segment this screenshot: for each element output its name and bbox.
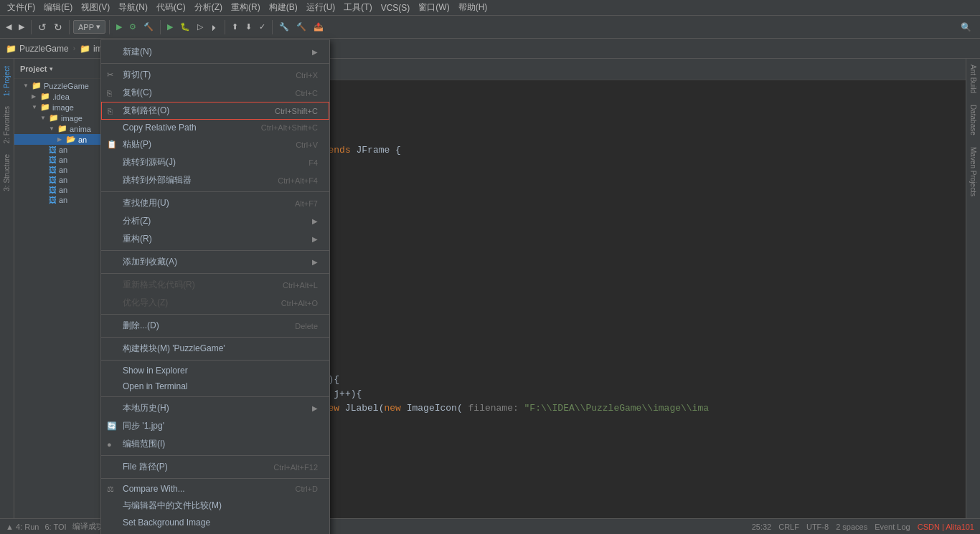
debug-button[interactable]: 🐛 — [177, 19, 193, 36]
menu-copy-relative[interactable]: Copy Relative Path Ctrl+Alt+Shift+C — [101, 120, 329, 135]
menu-jump-source[interactable]: 跳转到源码(J) F4 — [101, 153, 329, 171]
menu-find-usages[interactable]: 查找使用(U) Alt+F7 — [101, 194, 329, 212]
menu-new[interactable]: 新建(N) ▶ — [101, 43, 329, 61]
menu-view[interactable]: 视图(V) — [77, 1, 114, 14]
menu-file[interactable]: 文件(F) — [3, 1, 39, 14]
app-config-dropdown[interactable]: APP ▾ — [73, 20, 105, 34]
menu-show-explorer-label: Show in Explorer — [123, 366, 188, 376]
ant-build-panel[interactable]: Ant Build — [968, 59, 979, 99]
menu-local-history[interactable]: 本地历史(H) ▶ — [101, 399, 329, 417]
menu-sep-5 — [101, 314, 329, 315]
menu-cut[interactable]: ✂ 剪切(T) Ctrl+X — [101, 66, 329, 84]
toolbar-separator-6 — [272, 20, 273, 34]
menu-compare-with[interactable]: ⚖ Compare With... Ctrl+D — [101, 481, 329, 497]
toolbar-separator-3 — [109, 20, 110, 34]
project-panel-toggle[interactable]: 1: Project — [1, 62, 12, 100]
maven-projects-panel[interactable]: Maven Projects — [968, 141, 979, 202]
menu-set-background[interactable]: Set Background Image — [101, 515, 329, 530]
menu-copy-path[interactable]: ⎘ 复制路径(O) Ctrl+Shift+C — [101, 102, 329, 120]
menu-jump-external[interactable]: 跳转到外部编辑器 Ctrl+Alt+F4 — [101, 171, 329, 189]
menu-refactor[interactable]: 重构(R) — [227, 1, 265, 14]
menu-navigate[interactable]: 导航(N) — [114, 1, 152, 14]
encoding[interactable]: UTF-8 — [806, 523, 829, 531]
back-button[interactable]: ◀ — [3, 19, 14, 36]
menu-find-usages-label: 查找使用(U) — [123, 197, 169, 209]
folder-icon: 📁 — [6, 44, 17, 54]
tree-item-an3[interactable]: 🖼 an — [14, 155, 107, 165]
cut-icon: ✂ — [107, 70, 113, 80]
event-log[interactable]: Event Log — [875, 523, 910, 531]
tree-item-puzzlegame[interactable]: ▼ 📁 PuzzleGame — [14, 80, 107, 91]
menu-paste-shortcut: Ctrl+V — [296, 140, 318, 149]
tools-button[interactable]: 🔨 — [293, 19, 309, 36]
menu-refactor[interactable]: 重构(R) ▶ — [101, 230, 329, 248]
tree-label-image1: image — [52, 103, 74, 112]
menu-paste[interactable]: 📋 粘贴(P) Ctrl+V — [101, 135, 329, 153]
tree-item-an-selected[interactable]: ▶ 📂 an — [14, 134, 107, 145]
menu-analyze[interactable]: 分析(Z) — [190, 1, 227, 14]
forward-button[interactable]: ▶ — [16, 19, 27, 36]
commit-button[interactable]: ✓ — [256, 19, 268, 36]
menu-tools[interactable]: 工具(T) — [339, 1, 376, 14]
menu-ptg-mybatis[interactable]: Ptg To Mybatis ▶ — [101, 530, 329, 534]
file-icon-an6: 🖼 — [49, 186, 57, 194]
menu-compare-editor[interactable]: 与编辑器中的文件比较(M) — [101, 497, 329, 515]
tree-item-anima[interactable]: ▼ 📁 anima — [14, 123, 107, 134]
vcs-button[interactable]: ⬆ — [229, 19, 241, 36]
tree-item-an4[interactable]: 🖼 an — [14, 165, 107, 175]
menu-window[interactable]: 窗口(W) — [414, 1, 453, 14]
menu-show-explorer[interactable]: Show in Explorer — [101, 363, 329, 378]
tree-item-an7[interactable]: 🖼 an — [14, 195, 107, 205]
coverage-button[interactable]: ⏵ — [207, 19, 221, 36]
todo-panel-button[interactable]: 6: TOI — [44, 523, 66, 531]
menu-help[interactable]: 帮助(H) — [454, 1, 492, 14]
database-panel[interactable]: Database — [968, 99, 979, 141]
menu-vcs[interactable]: VCS(S) — [377, 3, 415, 13]
run-panel-button[interactable]: ▲ 4: Run — [6, 523, 39, 531]
menu-build-module[interactable]: 构建模块(M) 'PuzzleGame' — [101, 340, 329, 358]
menu-find-usages-shortcut: Alt+F7 — [295, 199, 318, 208]
menu-run[interactable]: 运行(U) — [302, 1, 340, 14]
menu-edit-scope[interactable]: ● 编辑范围(I) — [101, 435, 329, 453]
tree-label: PuzzleGame — [44, 82, 89, 90]
tree-item-an2[interactable]: 🖼 an — [14, 145, 107, 155]
menu-add-favorites[interactable]: 添加到收藏(A) ▶ — [101, 253, 329, 271]
menu-copy[interactable]: ⎘ 复制(C) Ctrl+C — [101, 84, 329, 102]
undo-button[interactable]: ↺ — [35, 19, 50, 36]
run2-button[interactable]: ▶ — [164, 19, 176, 36]
project-panel-header[interactable]: Project ▾ — [14, 59, 107, 79]
tree-item-an5[interactable]: 🖼 an — [14, 175, 107, 185]
menu-edit[interactable]: 编辑(E) — [39, 1, 77, 14]
menu-code[interactable]: 代码(C) — [152, 1, 190, 14]
tree-label-an3: an — [59, 156, 67, 164]
pull-button[interactable]: ⬇ — [242, 19, 255, 36]
tree-item-image2[interactable]: ▼ 📁 image — [14, 113, 107, 123]
menu-analyze[interactable]: 分析(Z) ▶ — [101, 212, 329, 230]
tree-label-image2: image — [61, 114, 83, 123]
debug-build-button[interactable]: ⚙ — [126, 19, 139, 36]
menu-file-path[interactable]: File 路径(P) Ctrl+Alt+F12 — [101, 458, 329, 476]
menu-open-terminal[interactable]: Open in Terminal — [101, 378, 329, 394]
tree-item-image1[interactable]: ▼ 📁 image — [14, 102, 107, 113]
structure-panel-toggle[interactable]: 3: Structure — [1, 150, 12, 196]
line-ending[interactable]: CRLF — [778, 523, 799, 531]
breadcrumb-puzzlegame[interactable]: 📁 PuzzleGame — [6, 44, 69, 54]
menu-delete[interactable]: 删除...(D) Delete — [101, 317, 329, 335]
redo-button[interactable]: ↻ — [51, 19, 65, 36]
profile-button[interactable]: ▷ — [194, 19, 206, 36]
settings-button[interactable]: 🔧 — [276, 19, 292, 36]
toolbar: ◀ ▶ ↺ ↻ APP ▾ ▶ ⚙ 🔨 ▶ 🐛 ▷ ⏵ ⬆ ⬇ ✓ 🔧 🔨 📤 … — [0, 16, 980, 39]
search-everywhere-icon[interactable]: 🔍 — [961, 22, 977, 32]
favorites-panel-toggle[interactable]: 2: Favorites — [1, 102, 12, 148]
run-button[interactable]: ▶ — [113, 19, 125, 36]
stop-build-button[interactable]: 🔨 — [141, 19, 156, 36]
menu-sync[interactable]: 🔄 同步 '1.jpg' — [101, 417, 329, 435]
left-side-panel: 1: Project 2: Favorites 3: Structure — [0, 59, 14, 518]
share-button[interactable]: 📤 — [311, 19, 326, 36]
menu-optimize-imports-label: 优化导入(Z) — [123, 297, 168, 309]
menu-build[interactable]: 构建(B) — [265, 1, 302, 14]
tree-item-idea[interactable]: ▶ 📁 .idea — [14, 91, 107, 102]
indent-settings[interactable]: 2 spaces — [836, 523, 867, 531]
breadcrumb-sep-1: › — [73, 44, 75, 52]
tree-item-an6[interactable]: 🖼 an — [14, 185, 107, 195]
